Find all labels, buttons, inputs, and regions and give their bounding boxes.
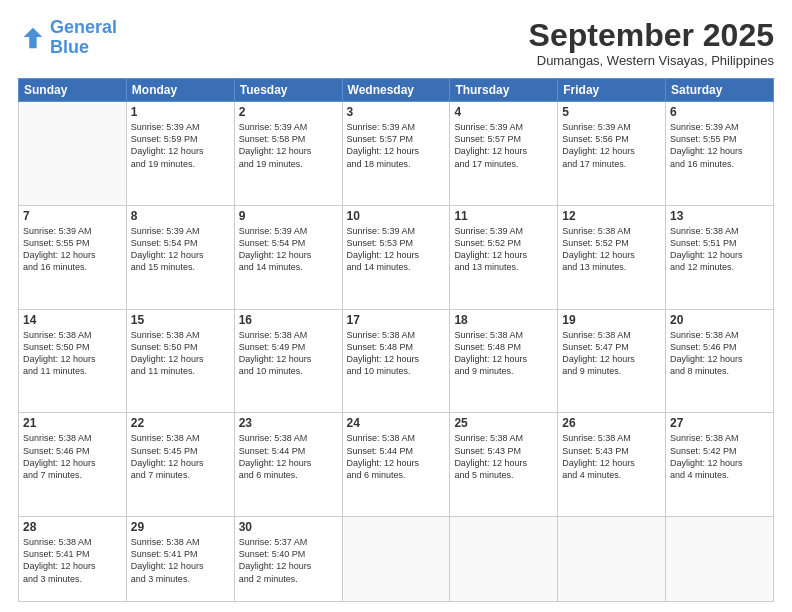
header: General Blue September 2025 Dumangas, We… (18, 18, 774, 68)
day-info: Sunrise: 5:39 AM Sunset: 5:53 PM Dayligh… (347, 225, 446, 274)
table-row: 11Sunrise: 5:39 AM Sunset: 5:52 PM Dayli… (450, 205, 558, 309)
calendar-table: Sunday Monday Tuesday Wednesday Thursday… (18, 78, 774, 602)
calendar-week-row: 28Sunrise: 5:38 AM Sunset: 5:41 PM Dayli… (19, 517, 774, 602)
table-row: 16Sunrise: 5:38 AM Sunset: 5:49 PM Dayli… (234, 309, 342, 413)
day-info: Sunrise: 5:38 AM Sunset: 5:44 PM Dayligh… (239, 432, 338, 481)
table-row: 24Sunrise: 5:38 AM Sunset: 5:44 PM Dayli… (342, 413, 450, 517)
day-info: Sunrise: 5:38 AM Sunset: 5:50 PM Dayligh… (131, 329, 230, 378)
day-info: Sunrise: 5:38 AM Sunset: 5:49 PM Dayligh… (239, 329, 338, 378)
table-row: 3Sunrise: 5:39 AM Sunset: 5:57 PM Daylig… (342, 102, 450, 206)
day-info: Sunrise: 5:38 AM Sunset: 5:47 PM Dayligh… (562, 329, 661, 378)
day-info: Sunrise: 5:38 AM Sunset: 5:51 PM Dayligh… (670, 225, 769, 274)
table-row: 23Sunrise: 5:38 AM Sunset: 5:44 PM Dayli… (234, 413, 342, 517)
col-friday: Friday (558, 79, 666, 102)
table-row: 27Sunrise: 5:38 AM Sunset: 5:42 PM Dayli… (666, 413, 774, 517)
day-info: Sunrise: 5:39 AM Sunset: 5:57 PM Dayligh… (347, 121, 446, 170)
day-info: Sunrise: 5:38 AM Sunset: 5:43 PM Dayligh… (454, 432, 553, 481)
day-number: 20 (670, 313, 769, 327)
logo-line2: Blue (50, 37, 89, 57)
table-row: 25Sunrise: 5:38 AM Sunset: 5:43 PM Dayli… (450, 413, 558, 517)
day-info: Sunrise: 5:38 AM Sunset: 5:50 PM Dayligh… (23, 329, 122, 378)
day-number: 29 (131, 520, 230, 534)
calendar-week-row: 7Sunrise: 5:39 AM Sunset: 5:55 PM Daylig… (19, 205, 774, 309)
table-row: 7Sunrise: 5:39 AM Sunset: 5:55 PM Daylig… (19, 205, 127, 309)
table-row (558, 517, 666, 602)
day-number: 15 (131, 313, 230, 327)
day-info: Sunrise: 5:39 AM Sunset: 5:54 PM Dayligh… (239, 225, 338, 274)
day-info: Sunrise: 5:39 AM Sunset: 5:57 PM Dayligh… (454, 121, 553, 170)
table-row: 17Sunrise: 5:38 AM Sunset: 5:48 PM Dayli… (342, 309, 450, 413)
calendar-header-row: Sunday Monday Tuesday Wednesday Thursday… (19, 79, 774, 102)
day-info: Sunrise: 5:38 AM Sunset: 5:52 PM Dayligh… (562, 225, 661, 274)
table-row (342, 517, 450, 602)
table-row (666, 517, 774, 602)
table-row: 22Sunrise: 5:38 AM Sunset: 5:45 PM Dayli… (126, 413, 234, 517)
logo-icon (18, 24, 46, 52)
day-info: Sunrise: 5:38 AM Sunset: 5:46 PM Dayligh… (670, 329, 769, 378)
day-number: 3 (347, 105, 446, 119)
day-number: 21 (23, 416, 122, 430)
day-number: 23 (239, 416, 338, 430)
day-info: Sunrise: 5:38 AM Sunset: 5:48 PM Dayligh… (454, 329, 553, 378)
day-info: Sunrise: 5:39 AM Sunset: 5:59 PM Dayligh… (131, 121, 230, 170)
day-number: 1 (131, 105, 230, 119)
table-row: 9Sunrise: 5:39 AM Sunset: 5:54 PM Daylig… (234, 205, 342, 309)
table-row: 20Sunrise: 5:38 AM Sunset: 5:46 PM Dayli… (666, 309, 774, 413)
table-row: 18Sunrise: 5:38 AM Sunset: 5:48 PM Dayli… (450, 309, 558, 413)
calendar-week-row: 1Sunrise: 5:39 AM Sunset: 5:59 PM Daylig… (19, 102, 774, 206)
day-info: Sunrise: 5:39 AM Sunset: 5:54 PM Dayligh… (131, 225, 230, 274)
day-number: 6 (670, 105, 769, 119)
day-number: 13 (670, 209, 769, 223)
day-info: Sunrise: 5:39 AM Sunset: 5:56 PM Dayligh… (562, 121, 661, 170)
day-number: 19 (562, 313, 661, 327)
day-info: Sunrise: 5:39 AM Sunset: 5:55 PM Dayligh… (23, 225, 122, 274)
table-row (450, 517, 558, 602)
day-number: 8 (131, 209, 230, 223)
day-info: Sunrise: 5:38 AM Sunset: 5:48 PM Dayligh… (347, 329, 446, 378)
day-number: 12 (562, 209, 661, 223)
table-row: 5Sunrise: 5:39 AM Sunset: 5:56 PM Daylig… (558, 102, 666, 206)
day-number: 7 (23, 209, 122, 223)
logo-line1: General (50, 17, 117, 37)
day-number: 10 (347, 209, 446, 223)
day-info: Sunrise: 5:39 AM Sunset: 5:52 PM Dayligh… (454, 225, 553, 274)
table-row: 2Sunrise: 5:39 AM Sunset: 5:58 PM Daylig… (234, 102, 342, 206)
day-info: Sunrise: 5:38 AM Sunset: 5:42 PM Dayligh… (670, 432, 769, 481)
day-number: 22 (131, 416, 230, 430)
day-info: Sunrise: 5:38 AM Sunset: 5:41 PM Dayligh… (23, 536, 122, 585)
col-sunday: Sunday (19, 79, 127, 102)
day-number: 17 (347, 313, 446, 327)
day-number: 30 (239, 520, 338, 534)
day-number: 24 (347, 416, 446, 430)
col-saturday: Saturday (666, 79, 774, 102)
day-number: 26 (562, 416, 661, 430)
table-row: 14Sunrise: 5:38 AM Sunset: 5:50 PM Dayli… (19, 309, 127, 413)
table-row: 10Sunrise: 5:39 AM Sunset: 5:53 PM Dayli… (342, 205, 450, 309)
location-subtitle: Dumangas, Western Visayas, Philippines (529, 53, 774, 68)
table-row: 6Sunrise: 5:39 AM Sunset: 5:55 PM Daylig… (666, 102, 774, 206)
day-number: 14 (23, 313, 122, 327)
page: General Blue September 2025 Dumangas, We… (0, 0, 792, 612)
col-monday: Monday (126, 79, 234, 102)
table-row: 1Sunrise: 5:39 AM Sunset: 5:59 PM Daylig… (126, 102, 234, 206)
table-row: 13Sunrise: 5:38 AM Sunset: 5:51 PM Dayli… (666, 205, 774, 309)
logo: General Blue (18, 18, 117, 58)
day-info: Sunrise: 5:38 AM Sunset: 5:44 PM Dayligh… (347, 432, 446, 481)
day-number: 2 (239, 105, 338, 119)
table-row: 4Sunrise: 5:39 AM Sunset: 5:57 PM Daylig… (450, 102, 558, 206)
day-number: 28 (23, 520, 122, 534)
table-row (19, 102, 127, 206)
table-row: 15Sunrise: 5:38 AM Sunset: 5:50 PM Dayli… (126, 309, 234, 413)
month-title: September 2025 (529, 18, 774, 53)
col-thursday: Thursday (450, 79, 558, 102)
day-info: Sunrise: 5:38 AM Sunset: 5:41 PM Dayligh… (131, 536, 230, 585)
day-info: Sunrise: 5:38 AM Sunset: 5:46 PM Dayligh… (23, 432, 122, 481)
table-row: 29Sunrise: 5:38 AM Sunset: 5:41 PM Dayli… (126, 517, 234, 602)
day-number: 18 (454, 313, 553, 327)
day-number: 9 (239, 209, 338, 223)
day-number: 4 (454, 105, 553, 119)
calendar-week-row: 21Sunrise: 5:38 AM Sunset: 5:46 PM Dayli… (19, 413, 774, 517)
day-info: Sunrise: 5:39 AM Sunset: 5:55 PM Dayligh… (670, 121, 769, 170)
day-info: Sunrise: 5:38 AM Sunset: 5:45 PM Dayligh… (131, 432, 230, 481)
table-row: 28Sunrise: 5:38 AM Sunset: 5:41 PM Dayli… (19, 517, 127, 602)
